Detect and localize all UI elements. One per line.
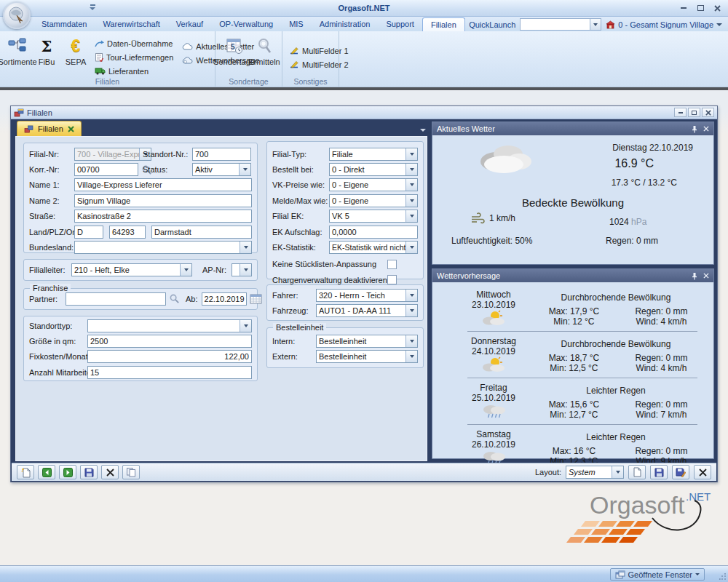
save-button[interactable] <box>80 465 98 479</box>
filialleiter-combo[interactable]: 210 - Heft, Elke <box>71 263 192 276</box>
chargen-checkbox[interactable] <box>387 275 397 284</box>
calendar-icon[interactable] <box>250 293 262 304</box>
status-combo[interactable]: Aktiv <box>192 163 251 176</box>
standort-nr-input[interactable]: 700 <box>192 148 251 161</box>
filial-typ-combo[interactable]: Filiale <box>329 148 418 161</box>
filialen-window-title-bar[interactable]: Filialen <box>11 106 717 119</box>
filial-nr-combo[interactable]: 700 - Village-Expr <box>74 148 151 161</box>
copy-record-button[interactable] <box>122 465 140 479</box>
pin-icon[interactable] <box>692 272 697 280</box>
tab-verkauf[interactable]: Verkauf <box>168 17 211 31</box>
forecast-condition: Durchbrochende Bewölkung <box>529 339 703 349</box>
quicklaunch-combo[interactable] <box>520 18 601 31</box>
forecast-condition: Durchbrochende Bewölkung <box>529 292 703 303</box>
filial-ek-combo[interactable]: VK 5 <box>329 210 418 223</box>
window-close-icon[interactable] <box>702 108 714 117</box>
fibu-button[interactable]: Σ FiBu <box>32 33 61 66</box>
fahrzeug-combo[interactable]: AUTO1 - DA-AA 111 <box>316 304 418 317</box>
close-icon[interactable] <box>710 3 724 13</box>
arrow-left-icon <box>42 468 52 477</box>
svg-text:5: 5 <box>231 43 235 51</box>
application-menu-orb[interactable] <box>3 1 31 29</box>
mitarbeiter-input[interactable]: 15 <box>87 366 252 379</box>
tab-administration[interactable]: Administration <box>312 17 379 31</box>
window-minimize-icon[interactable] <box>674 108 687 117</box>
land-input[interactable]: D <box>74 226 103 239</box>
sortimente-button[interactable]: Sortimente <box>3 33 32 66</box>
search-icon <box>257 36 272 55</box>
previous-record-button[interactable] <box>38 465 55 479</box>
layout-new-button[interactable] <box>628 465 646 479</box>
branch-selector[interactable]: 0 - Gesamt Signum Village <box>606 20 722 29</box>
vk-preise-combo[interactable]: 0 - Eigene <box>329 178 418 191</box>
layout-save-as-button[interactable] <box>672 465 689 479</box>
sepa-button[interactable]: € SEPA <box>61 33 90 66</box>
tab-op-verwaltung[interactable]: OP-Verwaltung <box>211 17 281 31</box>
cancel-button[interactable] <box>101 465 119 479</box>
lieferanten-button[interactable]: Lieferanten <box>95 65 173 76</box>
minimize-icon[interactable] <box>676 3 691 13</box>
bestellt-bei-combo[interactable]: 0 - Direkt <box>329 163 418 176</box>
bestelleinheit-extern-combo[interactable]: Bestelleinheit <box>316 350 418 363</box>
fahrer-combo[interactable]: 320 - Herrn - Teich <box>316 289 418 302</box>
ermitteln-button[interactable]: Ermitteln <box>250 33 279 66</box>
strasse-input[interactable]: Kasinostraße 2 <box>74 210 252 223</box>
floppy-icon <box>84 468 94 477</box>
tour-liefermengen-button[interactable]: Tour-Liefermengen <box>95 52 173 63</box>
layout-save-button[interactable] <box>650 465 668 479</box>
melde-max-combo[interactable]: 0 - Eigene <box>329 194 418 207</box>
tab-close-icon[interactable] <box>68 126 74 132</box>
bundesland-combo[interactable] <box>74 241 252 254</box>
stuecklisten-checkbox[interactable] <box>387 260 397 269</box>
tab-support[interactable]: Support <box>378 17 422 31</box>
plz-input[interactable]: 64293 <box>109 226 146 239</box>
forecast-min: Min: 12,5 °C <box>529 363 620 373</box>
name1-input[interactable]: Village-Express Lieferer <box>74 178 252 191</box>
maximize-icon[interactable] <box>693 3 708 13</box>
resize-grip[interactable] <box>719 573 727 581</box>
bestelleinheit-intern-combo[interactable]: Bestelleinheit <box>316 335 418 348</box>
forecast-wind: Wind: 7 km/h <box>620 410 703 420</box>
pin-icon[interactable] <box>692 125 697 133</box>
close-icon[interactable] <box>703 126 709 132</box>
notepad-icon <box>95 52 103 62</box>
multifelder1-button[interactable]: MultiFelder 1 <box>290 45 349 56</box>
new-record-button[interactable] <box>17 465 34 479</box>
tab-filialen[interactable]: Filialen <box>422 17 465 31</box>
tab-filialen-document[interactable]: Filialen <box>17 121 82 136</box>
document-tab-strip: Filialen <box>11 120 432 136</box>
open-windows-button[interactable]: Geöffnete Fenster <box>610 568 705 581</box>
layout-combo[interactable]: System <box>566 466 624 479</box>
standorttyp-combo[interactable] <box>87 319 252 332</box>
chevron-down-icon[interactable] <box>590 19 601 30</box>
daten-uebernahme-button[interactable]: Daten-Übernahme <box>95 38 173 49</box>
next-record-button[interactable] <box>59 465 76 479</box>
forecast-day: Donnerstag <box>459 336 529 346</box>
window-maximize-icon[interactable] <box>688 108 700 117</box>
close-icon[interactable] <box>703 273 709 279</box>
multifelder2-button[interactable]: MultiFelder 2 <box>290 59 349 70</box>
sondertage-button[interactable]: 5 Sondertage <box>218 33 250 66</box>
tab-warenwirtschaft[interactable]: Warenwirtschaft <box>95 17 167 31</box>
name2-input[interactable]: Signum Village <box>74 194 252 207</box>
fixkosten-input[interactable]: 122,00 <box>87 350 252 363</box>
branch-selector-label: 0 - Gesamt Signum Village <box>618 20 713 29</box>
layout-label: Layout: <box>535 468 561 477</box>
search-icon[interactable] <box>169 293 180 304</box>
franchise-ab-date-input[interactable]: 22.10.2019 <box>202 292 247 306</box>
tab-mis[interactable]: MIS <box>281 17 312 31</box>
current-temperature: 16.9 °C <box>614 157 654 170</box>
groesse-input[interactable]: 2500 <box>87 335 252 348</box>
filialen-form: Filial-Nr: 700 - Village-Expr Standort-N… <box>15 136 427 461</box>
cloud-outline-icon <box>182 57 193 64</box>
ek-aufschlag-input[interactable]: 0,0000 <box>329 226 418 239</box>
ek-statistik-combo[interactable]: EK-Statistik wird nicht umgelagert <box>329 241 418 254</box>
korr-nr-input[interactable]: 00700 <box>74 163 138 176</box>
tab-stammdaten[interactable]: Stammdaten <box>33 17 95 31</box>
ort-input[interactable]: Darmstadt <box>151 226 252 239</box>
franchise-partner-input[interactable] <box>66 292 166 306</box>
layout-delete-button[interactable] <box>694 465 711 479</box>
quick-access-toolbar-arrow-icon[interactable] <box>89 4 96 12</box>
ap-nr-combo[interactable] <box>232 263 252 276</box>
tab-list-chevron-icon[interactable] <box>420 129 426 132</box>
